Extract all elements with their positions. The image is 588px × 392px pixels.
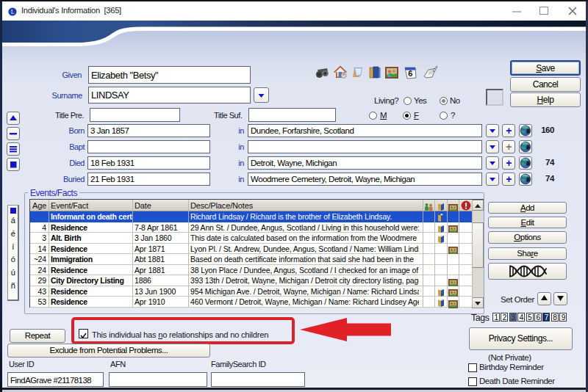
svg-text:L: L — [11, 9, 15, 15]
svg-text:6: 6 — [408, 69, 412, 78]
